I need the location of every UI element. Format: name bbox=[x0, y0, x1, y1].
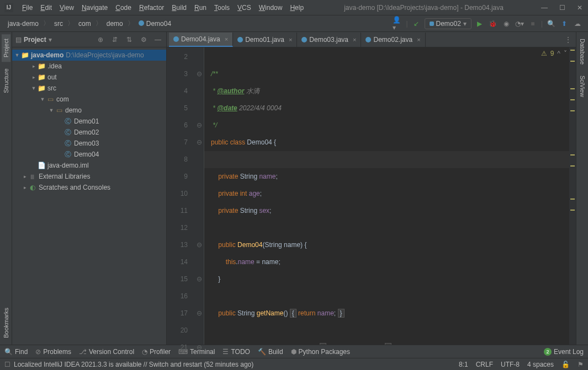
expand-icon[interactable]: ⇵ bbox=[110, 35, 120, 45]
maximize-button[interactable]: ☐ bbox=[558, 4, 566, 12]
editor: Demo04.java×Demo01.java×Demo03.java×Demo… bbox=[167, 32, 576, 345]
menu-window[interactable]: Window bbox=[256, 3, 286, 13]
event-log-button[interactable]: 2Event Log bbox=[544, 348, 584, 356]
tree-item[interactable]: 📄java-demo.iml bbox=[12, 160, 166, 171]
project-tool-window: ▤ Project ▾ ⊕ ⇵ ⇅ ⚙ — ▼📁java-demo D:\Ide… bbox=[12, 32, 167, 345]
tree-item[interactable]: ▸📁.idea bbox=[12, 61, 166, 72]
breadcrumb-item[interactable]: src bbox=[52, 19, 65, 28]
hide-icon[interactable]: — bbox=[153, 35, 163, 45]
select-file-icon[interactable]: ⊕ bbox=[96, 35, 105, 45]
status-bar: ☐ Localized IntelliJ IDEA 2021.3.3 is av… bbox=[0, 358, 588, 370]
tool-tab-project[interactable]: Project bbox=[2, 34, 10, 62]
menu-code[interactable]: Code bbox=[112, 3, 135, 13]
bottom-tool-todo[interactable]: ☰TODO bbox=[223, 348, 250, 356]
fold-column[interactable]: ⊖ ⊖⊖ ⊖ ⊖ ⊖ ⊖ bbox=[194, 47, 204, 345]
stop-button[interactable]: ■ bbox=[528, 19, 538, 29]
tool-tab-bookmarks[interactable]: Bookmarks bbox=[2, 303, 10, 342]
debug-button[interactable]: 🐞 bbox=[488, 19, 498, 29]
menu-tools[interactable]: Tools bbox=[211, 3, 233, 13]
navigation-bar: java-demo〉src〉com〉demo〉Demo04 👤▾ | ↙ Dem… bbox=[0, 15, 588, 32]
close-button[interactable]: ✕ bbox=[576, 4, 584, 12]
code-area[interactable]: /** * @author 水滴 * @date 2022/4/4 0004 *… bbox=[204, 47, 569, 345]
run-config-label: Demo02 bbox=[436, 20, 461, 28]
tree-item[interactable]: ⒸDemo01 bbox=[12, 116, 166, 127]
tree-item[interactable]: ▼▭demo bbox=[12, 105, 166, 116]
indent-info[interactable]: 4 spaces bbox=[527, 361, 554, 368]
tree-item[interactable]: ▸◐Scratches and Consoles bbox=[12, 182, 166, 193]
status-icon[interactable]: ☐ bbox=[4, 361, 10, 368]
menu-build[interactable]: Build bbox=[168, 3, 190, 13]
minimize-button[interactable]: — bbox=[541, 4, 548, 12]
menu-file[interactable]: File bbox=[19, 3, 36, 13]
breadcrumb-item[interactable]: Demo04 bbox=[136, 19, 173, 28]
error-stripe[interactable] bbox=[569, 47, 576, 345]
settings-icon[interactable]: ⚙ bbox=[139, 35, 149, 45]
bottom-tool-problems[interactable]: ⊘Problems bbox=[35, 348, 71, 356]
cloud-icon[interactable]: ☁ bbox=[573, 19, 582, 29]
close-tab-icon[interactable]: × bbox=[289, 36, 292, 43]
editor-tab[interactable]: Demo02.java× bbox=[361, 33, 425, 47]
menu-help[interactable]: Help bbox=[287, 3, 307, 13]
breadcrumb-item[interactable]: demo bbox=[104, 19, 125, 28]
tree-item[interactable]: ▼📁src bbox=[12, 83, 166, 94]
file-encoding[interactable]: UTF-8 bbox=[501, 361, 520, 368]
close-tab-icon[interactable]: × bbox=[353, 36, 356, 43]
editor-tab[interactable]: Demo03.java× bbox=[297, 33, 361, 47]
readonly-icon[interactable]: 🔓 bbox=[561, 361, 570, 368]
tree-item[interactable]: ▸⫼External Libraries bbox=[12, 171, 166, 182]
user-icon[interactable]: 👤▾ bbox=[393, 19, 402, 29]
menu-refactor[interactable]: Refactor bbox=[136, 3, 167, 13]
menu-view[interactable]: View bbox=[56, 3, 77, 13]
project-tree[interactable]: ▼📁java-demo D:\IdeaProjects\java-demo▸📁.… bbox=[12, 47, 166, 345]
tree-item[interactable]: ⒸDemo03 bbox=[12, 138, 166, 149]
title-bar: IJ FileEditViewNavigateCodeRefactorBuild… bbox=[0, 0, 588, 15]
profile-button[interactable]: ◔▾ bbox=[515, 19, 525, 29]
warning-count: 9 bbox=[550, 50, 554, 57]
tabs-more-icon[interactable]: ⋮ bbox=[560, 36, 576, 44]
bottom-tool-build[interactable]: 🔨Build bbox=[258, 348, 283, 356]
tree-root[interactable]: ▼📁java-demo D:\IdeaProjects\java-demo bbox=[12, 50, 166, 61]
breadcrumb: java-demo〉src〉com〉demo〉Demo04 bbox=[6, 19, 173, 28]
tree-item[interactable]: ▸📁out bbox=[12, 72, 166, 83]
bottom-tool-buttons: 🔍Find⊘Problems⎇Version Control◔Profiler⌨… bbox=[0, 345, 588, 358]
run-config-selector[interactable]: Demo02 ▾ bbox=[425, 18, 472, 29]
left-tool-buttons: ProjectStructureBookmarks bbox=[0, 32, 12, 345]
coverage-button[interactable]: ◉ bbox=[501, 19, 511, 29]
app-logo: IJ bbox=[4, 3, 13, 12]
inspection-widget[interactable]: ⚠9 ^˅ bbox=[541, 50, 567, 57]
update-icon[interactable]: ⬆ bbox=[559, 19, 569, 29]
breadcrumb-item[interactable]: com bbox=[76, 19, 93, 28]
bottom-tool-python-packages[interactable]: ⬢Python Packages bbox=[291, 348, 350, 356]
status-widget-icon[interactable]: ⚑ bbox=[578, 361, 584, 368]
tree-item[interactable]: ▼▭com bbox=[12, 94, 166, 105]
search-icon[interactable]: 🔍 bbox=[546, 19, 556, 29]
menu-run[interactable]: Run bbox=[191, 3, 210, 13]
tree-item[interactable]: ⒸDemo04 bbox=[12, 149, 166, 160]
close-tab-icon[interactable]: × bbox=[417, 36, 420, 43]
menu-edit[interactable]: Edit bbox=[37, 3, 55, 13]
tree-item[interactable]: ⒸDemo02 bbox=[12, 127, 166, 138]
caret-position[interactable]: 8:1 bbox=[459, 361, 468, 368]
menu-vcs[interactable]: VCS bbox=[234, 3, 255, 13]
window-title: java-demo [D:\IdeaProjects\java-demo] - … bbox=[307, 4, 541, 12]
editor-tab[interactable]: Demo01.java× bbox=[233, 33, 297, 47]
bottom-tool-version-control[interactable]: ⎇Version Control bbox=[79, 348, 134, 356]
editor-tab[interactable]: Demo04.java× bbox=[169, 33, 233, 47]
menu-bar: FileEditViewNavigateCodeRefactorBuildRun… bbox=[19, 3, 307, 13]
tool-tab-database[interactable]: Database bbox=[578, 34, 587, 69]
editor-tabs: Demo04.java×Demo01.java×Demo03.java×Demo… bbox=[167, 32, 576, 47]
tool-tab-sciview[interactable]: SciView bbox=[578, 71, 587, 101]
breadcrumb-item[interactable]: java-demo bbox=[6, 19, 41, 28]
line-separator[interactable]: CRLF bbox=[476, 361, 493, 368]
status-message[interactable]: Localized IntelliJ IDEA 2021.3.3 is avai… bbox=[14, 361, 253, 368]
collapse-icon[interactable]: ⇅ bbox=[124, 35, 134, 45]
close-tab-icon[interactable]: × bbox=[225, 36, 228, 42]
project-panel-title: Project bbox=[24, 36, 46, 44]
build-icon[interactable]: ↙ bbox=[411, 19, 421, 29]
right-tool-buttons: DatabaseSciView bbox=[576, 32, 588, 345]
tool-tab-structure[interactable]: Structure bbox=[2, 64, 10, 98]
project-panel-icon: ▤ bbox=[15, 36, 22, 44]
bottom-tool-find[interactable]: 🔍Find bbox=[4, 348, 28, 356]
menu-navigate[interactable]: Navigate bbox=[78, 3, 111, 13]
run-button[interactable]: ▶ bbox=[475, 19, 485, 29]
